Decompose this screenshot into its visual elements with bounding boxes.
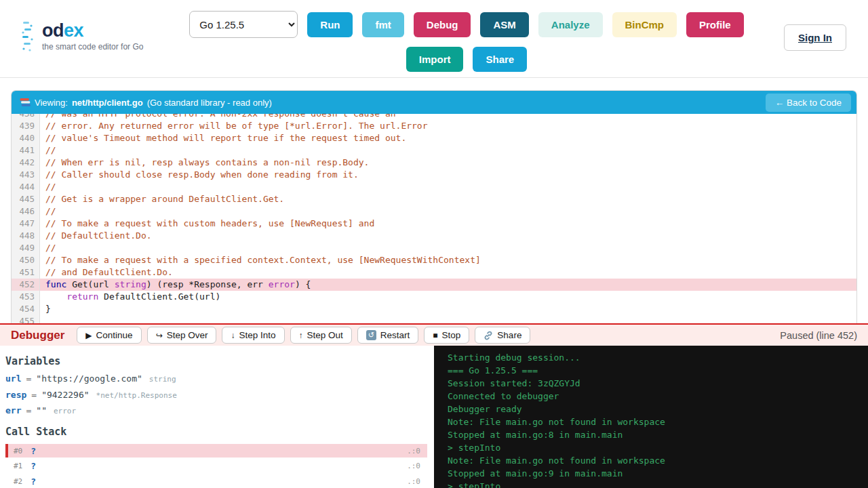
restart-icon: ↺ xyxy=(366,330,376,340)
code-text: // xyxy=(40,205,856,218)
frame-function: ? xyxy=(31,446,36,456)
line-number: 455 xyxy=(12,315,40,323)
code-text: // error. Any returned error will be of … xyxy=(40,120,856,132)
code-editor[interactable]: 438// was an HTTP protocol error. A non-… xyxy=(12,114,856,323)
variable-name: err xyxy=(5,405,21,415)
step-over-button[interactable]: ↪Step Over xyxy=(147,327,217,344)
link-icon xyxy=(484,331,493,340)
import-button[interactable]: Import xyxy=(406,47,464,72)
code-text xyxy=(40,315,856,323)
button-label: Share xyxy=(497,330,521,340)
code-text: // Get is a wrapper around DefaultClient… xyxy=(40,193,856,205)
stop-button[interactable]: ■Stop xyxy=(424,327,469,344)
back-to-code-button[interactable]: ← Back to Code xyxy=(766,94,851,112)
line-number: 442 xyxy=(12,157,40,169)
line-number: 450 xyxy=(12,254,40,266)
fmt-button[interactable]: fmt xyxy=(362,12,403,37)
code-line: 446// xyxy=(12,205,856,218)
variable-type: error xyxy=(54,407,76,415)
code-line: 445// Get is a wrapper around DefaultCli… xyxy=(12,193,856,205)
play-icon: ▶ xyxy=(85,331,92,340)
line-number: 447 xyxy=(12,218,40,230)
stack-frame-row[interactable]: #0?.:0 xyxy=(5,444,427,458)
asm-button[interactable]: ASM xyxy=(480,12,528,37)
button-label: Stop xyxy=(442,330,461,340)
code-text: return DefaultClient.Get(url) xyxy=(40,291,856,303)
step-out-button[interactable]: ↑Step Out xyxy=(290,327,352,344)
stop-icon: ■ xyxy=(433,331,437,340)
code-line: 439// error. Any returned error will be … xyxy=(12,120,856,132)
bincmp-button[interactable]: BinCmp xyxy=(612,12,677,37)
code-line: 454} xyxy=(12,303,856,315)
variable-type: *net/http.Response xyxy=(96,391,177,400)
call-stack-list: #0?.:0#1?.:0#2?.:0#3?.:0 xyxy=(5,444,427,488)
stack-frame-row[interactable]: #1?.:0 xyxy=(5,460,427,473)
code-text: // xyxy=(40,181,856,193)
button-label: Continue xyxy=(96,330,133,340)
code-line: 449// xyxy=(12,242,856,254)
viewing-filename: net/http/client.go xyxy=(72,98,143,108)
debugger-toolbar: Debugger ▶Continue↪Step Over↓Step Into↑S… xyxy=(0,323,868,346)
debug-panels: Variables url="https://google.com"string… xyxy=(0,346,868,488)
console-output[interactable]: Starting debug session...=== Go 1.25.5 =… xyxy=(434,346,868,488)
variable-value: "9422296" xyxy=(41,390,89,400)
code-text: // To make a request with custom headers… xyxy=(40,218,856,230)
viewing-prefix: Viewing: xyxy=(35,98,68,108)
console-line: Starting debug session... xyxy=(448,351,868,364)
frame-function: ? xyxy=(31,476,36,487)
code-text: // value's Timeout method will report tr… xyxy=(40,132,856,144)
variable-name: url xyxy=(5,373,21,384)
equals-sign: = xyxy=(26,405,31,415)
logo-dots-icon xyxy=(20,20,35,53)
app-header: odex the smart code editor for Go Go 1.2… xyxy=(0,0,868,78)
code-text: // xyxy=(40,144,856,157)
current-code-line: 452func Get(url string) (resp *Response,… xyxy=(12,279,856,291)
books-icon xyxy=(20,98,31,107)
code-text: // xyxy=(40,242,856,254)
code-viewer: Viewing: net/http/client.go (Go standard… xyxy=(11,90,857,323)
frame-index: #1 xyxy=(14,462,22,470)
debug-button[interactable]: Debug xyxy=(414,12,471,37)
frame-location: .:0 xyxy=(407,462,420,470)
console-line: Debugger ready xyxy=(448,403,868,415)
code-lines: 438// was an HTTP protocol error. A non-… xyxy=(12,114,856,323)
frame-function: ? xyxy=(31,461,36,471)
button-label: Restart xyxy=(380,330,410,340)
code-text: // To make a request with a specified co… xyxy=(40,254,856,266)
line-number: 441 xyxy=(12,144,40,157)
share-button[interactable]: Share xyxy=(475,327,530,344)
code-text: // was an HTTP protocol error. A non-2xx… xyxy=(40,114,856,120)
console-line: > stepInto xyxy=(448,441,868,454)
sign-in-button[interactable]: Sign In xyxy=(784,24,846,51)
line-number: 443 xyxy=(12,169,40,181)
step-into-button[interactable]: ↓Step Into xyxy=(222,327,284,344)
app-title: odex xyxy=(42,22,143,40)
run-button[interactable]: Run xyxy=(307,12,353,37)
code-line: 453 return DefaultClient.Get(url) xyxy=(12,291,856,303)
step-over-icon: ↪ xyxy=(156,331,163,340)
console-line: Stopped at main.go:8 in main.main xyxy=(448,428,868,441)
call-stack-heading: Call Stack xyxy=(5,426,427,438)
go-version-select[interactable]: Go 1.25.5 xyxy=(189,11,298,38)
step-out-icon: ↑ xyxy=(299,331,303,340)
code-text: // When err is nil, resp always contains… xyxy=(40,157,856,169)
line-number: 444 xyxy=(12,181,40,193)
line-number: 452 xyxy=(12,279,40,291)
stack-frame-row[interactable]: #2?.:0 xyxy=(5,474,427,488)
restart-button[interactable]: ↺Restart xyxy=(357,327,419,344)
analyze-button[interactable]: Analyze xyxy=(538,12,603,37)
code-text: // Caller should close resp.Body when do… xyxy=(40,169,856,181)
code-line: 444// xyxy=(12,181,856,193)
line-number: 454 xyxy=(12,303,40,315)
code-line: 455 xyxy=(12,315,856,323)
continue-button[interactable]: ▶Continue xyxy=(77,327,141,344)
line-number: 451 xyxy=(12,266,40,279)
profile-button[interactable]: Profile xyxy=(686,12,744,37)
main-toolbar: Go 1.25.5 RunfmtDebugASMAnalyzeBinCmpPro… xyxy=(156,9,784,72)
share-button[interactable]: Share xyxy=(473,47,527,72)
code-line: 443// Caller should close resp.Body when… xyxy=(12,169,856,181)
frame-location: .:0 xyxy=(407,477,420,486)
line-number: 438 xyxy=(12,114,40,120)
code-line: 441// xyxy=(12,144,856,157)
console-line: > stepInto xyxy=(448,480,868,488)
